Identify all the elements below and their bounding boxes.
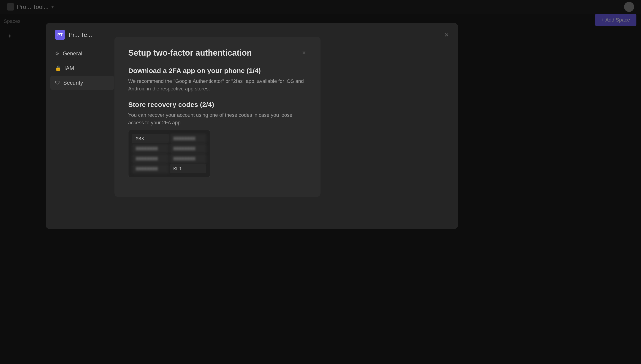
settings-modal-close-button[interactable]: × (444, 31, 449, 39)
recovery-codes-grid: MRX XXXXXXXX XXXXXXXX XXXXXXXX XXXXXXXX … (128, 130, 210, 177)
recovery-code-5: XXXXXXXX (132, 154, 169, 163)
step2-title: Store recovery codes (2/4) (128, 101, 307, 108)
workspace-icon: PT (55, 30, 65, 40)
workspace-name: Pr... Te... (69, 31, 92, 38)
step2-desc: You can recover your account using one o… (128, 111, 307, 126)
recovery-code-1: MRX (132, 134, 169, 143)
shield-icon: 🛡 (55, 80, 60, 86)
twofa-modal: Setup two-factor authentication × Downlo… (114, 37, 320, 197)
recovery-code-4: XXXXXXXX (170, 144, 206, 153)
twofa-step-2: Store recovery codes (2/4) You can recov… (128, 101, 307, 177)
nav-item-general[interactable]: ⚙ General (50, 47, 114, 60)
nav-item-security[interactable]: 🛡 Security (50, 76, 114, 90)
step1-desc: We recommend the "Google Authenticator" … (128, 78, 307, 92)
twofa-modal-title: Setup two-factor authentication (128, 48, 301, 58)
gear-icon: ⚙ (55, 50, 60, 56)
recovery-code-2: XXXXXXXX (170, 134, 206, 143)
settings-sidebar: ⚙ General 🔒 IAM 🛡 Security (46, 40, 119, 229)
recovery-code-3: XXXXXXXX (132, 144, 169, 153)
recovery-code-7: XXXXXXXX (132, 164, 169, 173)
step1-title: Download a 2FA app on your phone (1/4) (128, 67, 307, 75)
recovery-code-8: KLJ (170, 164, 206, 173)
workspace-info: PT Pr... Te... (55, 30, 92, 40)
nav-label-iam: IAM (64, 65, 74, 72)
nav-label-general: General (63, 50, 82, 57)
lock-icon: 🔒 (55, 65, 61, 71)
nav-label-security: Security (63, 80, 83, 86)
twofa-step-1: Download a 2FA app on your phone (1/4) W… (128, 67, 307, 92)
twofa-modal-header: Setup two-factor authentication × (128, 48, 307, 58)
twofa-close-button[interactable]: × (301, 48, 307, 57)
nav-item-iam[interactable]: 🔒 IAM (50, 61, 114, 75)
recovery-code-6: XXXXXXXX (170, 154, 206, 163)
